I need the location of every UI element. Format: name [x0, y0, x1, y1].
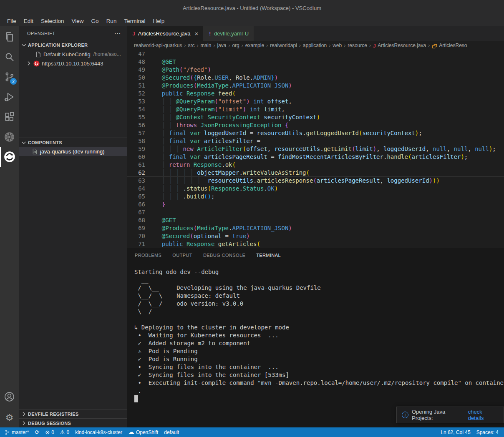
code-line-58[interactable]: 58 │ final var articlesFilter =	[127, 137, 504, 145]
activity-extensions[interactable]	[0, 107, 19, 127]
breadcrumb-item[interactable]: java	[217, 43, 226, 48]
debug-sessions-section[interactable]: DEBUG SESSIONS	[19, 418, 127, 427]
status-warnings[interactable]: ⚠0	[57, 427, 72, 437]
line-number[interactable]: 57	[127, 129, 145, 137]
component-java-quarkus[interactable]: java-quarkus (dev running)	[19, 147, 127, 156]
activity-search[interactable]	[0, 47, 19, 67]
more-actions-icon[interactable]: ⋯	[114, 29, 121, 37]
code-line-59[interactable]: 59 │ │ │ new ArticleFilter(offset, resou…	[127, 145, 504, 153]
terminal[interactable]: Starting odo dev --debug __ / \__ Develo…	[127, 262, 504, 427]
code-line-49[interactable]: 49 @Path("/feed")	[127, 66, 504, 74]
activity-source-control[interactable]: 2	[0, 67, 19, 87]
panel-tab-output[interactable]: OUTPUT	[172, 248, 192, 262]
status-openshift-context[interactable]: ☁OpenShift	[125, 427, 161, 437]
activity-run-debug[interactable]	[0, 87, 19, 107]
breadcrumb-item[interactable]: application	[303, 43, 327, 48]
breadcrumb-item[interactable]: web	[333, 43, 342, 48]
code-line-55[interactable]: 55 │ │ @Context SecurityContext security…	[127, 113, 504, 121]
kubeconfig-item[interactable]: Default KubeConfig/home/aso...	[19, 50, 127, 59]
code-line-48[interactable]: 48 @GET	[127, 58, 504, 66]
line-number[interactable]: 54	[127, 105, 145, 113]
code-line-67[interactable]: 67	[127, 208, 504, 216]
breadcrumb-item[interactable]: JArticlesResource.java	[373, 43, 426, 48]
code-line-61[interactable]: 61 │ return Response.ok(	[127, 161, 504, 169]
tab-articlesresource[interactable]: JArticlesResource.java×	[127, 26, 203, 41]
notification-toast[interactable]: i Opening Java Projects: check details	[396, 407, 504, 423]
window-title-bar[interactable]: ArticlesResource.java - Untitled (Worksp…	[0, 0, 504, 16]
line-number[interactable]: 67	[127, 208, 145, 216]
line-number[interactable]: 68	[127, 216, 145, 224]
line-number[interactable]: 53	[127, 98, 145, 105]
line-number[interactable]: 58	[127, 137, 145, 145]
line-number[interactable]: 60	[127, 153, 145, 161]
code-line-69[interactable]: 69 @Produces(MediaType.APPLICATION_JSON)	[127, 224, 504, 232]
menu-terminal[interactable]: Terminal	[120, 17, 149, 25]
panel-tab-terminal[interactable]: TERMINAL	[256, 248, 281, 262]
menu-run[interactable]: Run	[103, 17, 121, 25]
activity-accounts[interactable]	[0, 387, 19, 407]
line-number[interactable]: 55	[127, 113, 145, 121]
code-line-68[interactable]: 68 @GET	[127, 216, 504, 224]
breadcrumb-item[interactable]: ArticlesReso	[432, 43, 467, 48]
activity-explorer[interactable]	[0, 27, 19, 47]
code-line-52[interactable]: 52 public Response feed(	[127, 90, 504, 98]
line-number[interactable]: 63	[127, 177, 145, 185]
breadcrumb-item[interactable]: org	[232, 43, 239, 48]
line-number[interactable]: 70	[127, 232, 145, 240]
code-editor[interactable]: 4748 @GET49 @Path("/feed")50 @Secured({R…	[127, 50, 504, 248]
breadcrumb-item[interactable]: src	[188, 43, 194, 48]
code-line-64[interactable]: 64 │ │ │ .status(Response.Status.OK)	[127, 185, 504, 193]
line-number[interactable]: 64	[127, 185, 145, 193]
line-number[interactable]: 65	[127, 193, 145, 201]
code-line-62[interactable]: 62 │ │ │ │ │ objectMapper.writeValueAsSt…	[127, 169, 504, 177]
code-line-47[interactable]: 47	[127, 50, 504, 58]
devfile-registries-section[interactable]: DEVFILE REGISTRIES	[19, 409, 127, 418]
status-sync[interactable]: ⟳	[32, 427, 42, 437]
status-errors[interactable]: ⊗0	[42, 427, 57, 437]
panel-tab-debug-console[interactable]: DEBUG CONSOLE	[203, 248, 245, 262]
code-line-51[interactable]: 51 @Produces(MediaType.APPLICATION_JSON)	[127, 82, 504, 90]
section-components[interactable]: COMPONENTS	[19, 138, 127, 147]
line-number[interactable]: 47	[127, 50, 145, 58]
line-number[interactable]: 50	[127, 74, 145, 82]
status-k8s-context[interactable]: kind-local-k8s-cluster	[72, 427, 125, 437]
code-line-71[interactable]: 71 public Response getArticles(	[127, 240, 504, 248]
breadcrumb-item[interactable]: realworld-api-quarkus	[134, 43, 182, 48]
code-line-66[interactable]: 66 }	[127, 201, 504, 208]
chevron-right-icon[interactable]	[25, 60, 32, 67]
breadcrumb-item[interactable]: main	[200, 43, 211, 48]
line-number[interactable]: 61	[127, 161, 145, 169]
status-git-branch[interactable]: master*	[2, 427, 32, 437]
breadcrumb-item[interactable]: realworldapi	[270, 43, 297, 48]
check-details-link[interactable]: check details	[468, 409, 499, 421]
section-application-explorer[interactable]: APPLICATION EXPLORER	[19, 40, 127, 50]
line-number[interactable]: 51	[127, 82, 145, 90]
cluster-item[interactable]: https://10.10.10.105:6443	[19, 59, 127, 68]
menu-view[interactable]: View	[68, 17, 88, 25]
code-line-70[interactable]: 70 @Secured(optional = true)	[127, 232, 504, 240]
code-line-57[interactable]: 57 │ final var loggedUserId = resourceUt…	[127, 129, 504, 137]
line-number[interactable]: 52	[127, 90, 145, 98]
menu-selection[interactable]: Selection	[37, 17, 68, 25]
menu-go[interactable]: Go	[88, 17, 103, 25]
status-indentation[interactable]: Spaces: 4	[474, 427, 501, 437]
line-number[interactable]: 59	[127, 145, 145, 153]
code-line-56[interactable]: 56 │ │ throws JsonProcessingException {	[127, 121, 504, 129]
line-number[interactable]: 56	[127, 121, 145, 129]
line-number[interactable]: 69	[127, 224, 145, 232]
activity-settings[interactable]: ⚙	[0, 407, 19, 427]
menu-file[interactable]: File	[3, 17, 20, 25]
status-cursor-position[interactable]: Ln 62, Col 45	[438, 427, 473, 437]
code-line-54[interactable]: 54 │ │ @QueryParam("limit") int limit,	[127, 105, 504, 113]
activity-openshift[interactable]	[0, 147, 19, 167]
breadcrumb-item[interactable]: example	[245, 43, 264, 48]
code-line-53[interactable]: 53 │ │ @QueryParam("offset") int offset,	[127, 98, 504, 105]
tab-devfile[interactable]: !devfile.yamlU	[203, 26, 254, 41]
line-number[interactable]: 66	[127, 201, 145, 208]
status-namespace[interactable]: default	[161, 427, 182, 437]
panel-tab-problems[interactable]: PROBLEMS	[135, 248, 161, 262]
menu-help[interactable]: Help	[149, 17, 168, 25]
activity-kubernetes[interactable]	[0, 127, 19, 147]
close-icon[interactable]: ×	[195, 30, 199, 37]
menu-edit[interactable]: Edit	[20, 17, 37, 25]
